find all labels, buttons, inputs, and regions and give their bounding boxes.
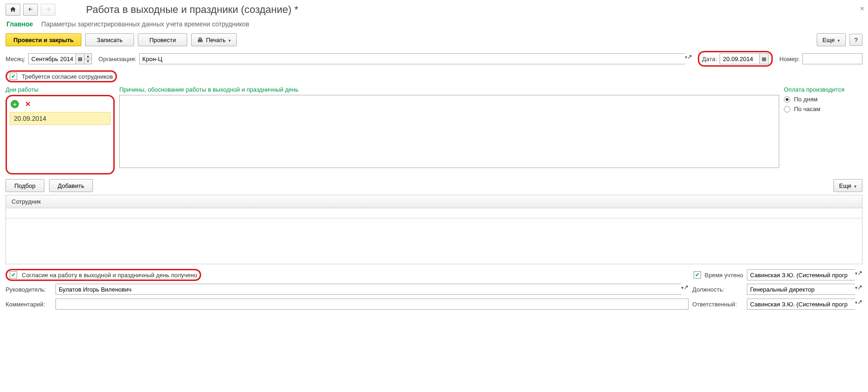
month-picker-button[interactable]: ▦ xyxy=(75,53,85,64)
month-label: Месяц: xyxy=(6,56,25,62)
reasons-title: Причины, обоснование работы в выходной и… xyxy=(119,86,779,93)
time-person-open[interactable]: ↗ xyxy=(857,269,862,280)
time-person-input[interactable] xyxy=(747,269,855,280)
manager-open[interactable]: ↗ xyxy=(683,284,689,295)
add-button[interactable]: Добавить xyxy=(49,179,93,192)
comment-label: Комментарий: xyxy=(6,301,52,308)
chevron-down-icon xyxy=(228,37,231,44)
date-label: Дата: xyxy=(702,56,717,62)
more-button[interactable]: Еще xyxy=(817,33,846,46)
responsible-input[interactable] xyxy=(747,299,855,310)
consent-received-highlight: ✔ Согласие на работу в выходной и праздн… xyxy=(6,269,201,281)
open-icon: ↗ xyxy=(683,284,689,291)
print-button[interactable]: 🖶 Печать xyxy=(191,33,237,46)
help-button[interactable]: ? xyxy=(850,34,862,46)
consent-required-highlight: ✔ Требуется согласие сотрудников xyxy=(6,70,117,82)
calendar-icon: ▦ xyxy=(78,56,82,62)
month-input[interactable] xyxy=(28,53,75,64)
consent-required-checkbox[interactable]: ✔ xyxy=(10,73,17,80)
add-day-button[interactable]: + xyxy=(11,100,19,108)
position-open[interactable]: ↗ xyxy=(857,284,862,295)
responsible-open[interactable]: ↗ xyxy=(857,299,862,310)
time-counted-checkbox[interactable]: ✔ xyxy=(694,271,701,279)
payment-title: Оплата производится xyxy=(784,86,862,93)
page-title: Работа в выходные и праздники (создание)… xyxy=(86,4,298,16)
open-icon: ↗ xyxy=(857,284,862,291)
number-input[interactable] xyxy=(802,53,862,64)
position-input[interactable] xyxy=(747,284,855,295)
consent-required-label: Требуется согласие сотрудников xyxy=(22,73,113,80)
window-close-button[interactable]: × xyxy=(860,5,864,13)
home-icon xyxy=(10,6,16,14)
tab-params[interactable]: Параметры зарегистрированных данных учет… xyxy=(41,20,249,28)
pick-button[interactable]: Подбор xyxy=(6,179,44,192)
open-icon: ↗ xyxy=(687,53,692,60)
calendar-icon: ▦ xyxy=(762,56,766,62)
open-icon: ↗ xyxy=(857,299,862,305)
payment-by-days-radio[interactable] xyxy=(784,96,790,103)
day-item[interactable]: 20.09.2014 xyxy=(10,112,111,125)
delete-day-button[interactable]: ✕ xyxy=(24,100,32,108)
date-input[interactable] xyxy=(720,53,759,64)
tab-main[interactable]: Главное xyxy=(6,20,33,28)
days-highlight: + ✕ 20.09.2014 xyxy=(6,95,115,174)
comment-input[interactable] xyxy=(55,299,689,310)
manager-label: Руководитель: xyxy=(6,286,52,293)
number-label: Номер: xyxy=(779,56,800,62)
save-button[interactable]: Записать xyxy=(85,33,134,46)
payment-by-hours-radio[interactable] xyxy=(784,106,790,112)
nav-forward-button[interactable] xyxy=(41,4,55,16)
org-label: Организация: xyxy=(98,56,136,62)
home-button[interactable] xyxy=(6,4,20,16)
org-open-button[interactable]: ↗ xyxy=(687,53,692,64)
open-icon: ↗ xyxy=(857,269,862,276)
days-title: Дни работы xyxy=(6,86,115,93)
payment-by-days-label: По дням xyxy=(794,96,818,103)
month-up-button[interactable]: ▲ xyxy=(85,54,92,59)
month-down-button[interactable]: ▼ xyxy=(85,59,92,64)
payment-by-hours-label: По часам xyxy=(794,106,820,112)
time-counted-label: Время учтено xyxy=(705,272,743,279)
nav-back-button[interactable] xyxy=(23,4,38,16)
date-picker-button[interactable]: ▦ xyxy=(759,53,769,64)
arrow-left-icon xyxy=(27,6,34,13)
consent-received-label: Согласие на работу в выходной и празднич… xyxy=(22,272,197,279)
col-employee[interactable]: Сотрудник xyxy=(6,195,862,208)
reasons-textarea[interactable] xyxy=(119,95,779,168)
chevron-down-icon xyxy=(837,37,840,44)
chevron-down-icon xyxy=(854,182,856,189)
post-button[interactable]: Провести xyxy=(138,33,188,46)
table-row[interactable] xyxy=(6,208,862,218)
table-more-button[interactable]: Еще xyxy=(833,179,862,192)
responsible-label: Ответственный: xyxy=(692,301,743,308)
date-highlight: Дата: ▦ xyxy=(698,51,773,67)
manager-input[interactable] xyxy=(55,284,681,295)
employees-table: Сотрудник xyxy=(6,195,862,264)
arrow-right-icon xyxy=(45,6,51,13)
consent-received-checkbox[interactable]: ✔ xyxy=(10,271,17,279)
post-and-close-button[interactable]: Провести и закрыть xyxy=(6,33,81,46)
org-input[interactable] xyxy=(139,53,685,64)
printer-icon: 🖶 xyxy=(197,37,203,44)
position-label: Должность: xyxy=(692,286,743,293)
